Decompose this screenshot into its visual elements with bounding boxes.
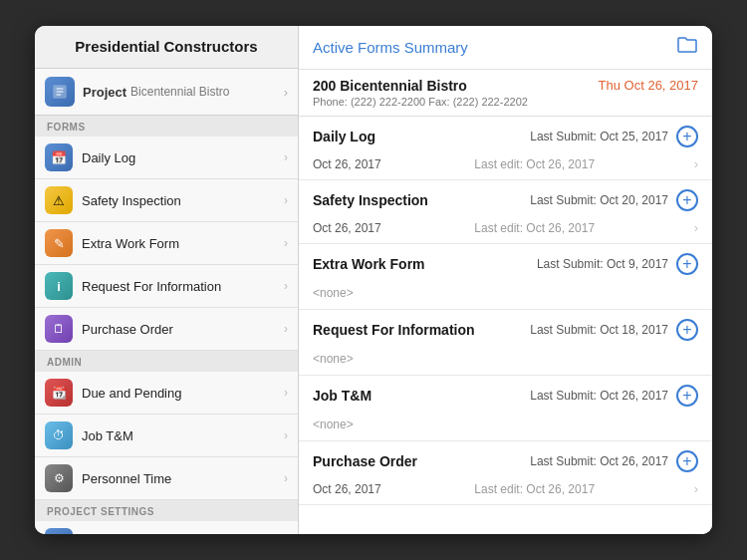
sidebar-label-purchase-order: Purchase Order (82, 322, 284, 337)
sidebar-project-row[interactable]: Project Bicentennial Bistro › (35, 69, 298, 116)
form-header-rfi: Request For Information Last Submit: Oct… (299, 310, 712, 346)
sidebar-label-extra-work-form: Extra Work Form (82, 236, 284, 251)
chevron-icon: › (284, 279, 288, 293)
form-name-extra-work-form: Extra Work Form (313, 256, 425, 272)
sidebar-section-project-settings: PROJECT SETTINGS (35, 500, 298, 521)
sidebar: Presidential Constructors Project Bicent… (35, 26, 299, 534)
sidebar-item-extra-work-form[interactable]: ✎ Extra Work Form › (35, 222, 298, 265)
sidebar-item-due-and-pending[interactable]: 📆 Due and Pending › (35, 372, 298, 415)
form-detail-date-safety: Oct 26, 2017 (313, 221, 381, 235)
form-group-job-tm: Job T&M Last Submit: Oct 26, 2017 + <non… (299, 376, 712, 441)
form-header-job-tm: Job T&M Last Submit: Oct 26, 2017 + (299, 376, 712, 412)
form-group-extra-work-form: Extra Work Form Last Submit: Oct 9, 2017… (299, 244, 712, 310)
due-pending-icon: 📆 (45, 379, 73, 407)
chevron-icon: › (284, 236, 288, 250)
forms-list: Daily Log Last Submit: Oct 25, 2017 + Oc… (299, 117, 712, 534)
app-body: Presidential Constructors Project Bicent… (35, 26, 712, 534)
sidebar-item-purchase-order[interactable]: 🗒 Purchase Order › (35, 308, 298, 351)
form-header-inner: Extra Work Form Last Submit: Oct 9, 2017 (313, 256, 668, 272)
form-none-row-rfi: <none> (299, 346, 712, 375)
form-detail-edit-daily-log: Last edit: Oct 26, 2017 (474, 157, 595, 171)
sidebar-item-job-tm[interactable]: ⏱ Job T&M › (35, 415, 298, 457)
form-header-inner: Request For Information Last Submit: Oct… (313, 322, 668, 338)
form-last-submit-job-tm: Last Submit: Oct 26, 2017 (530, 389, 668, 403)
form-add-btn-safety-inspection[interactable]: + (676, 189, 698, 211)
form-name-safety-inspection: Safety Inspection (313, 192, 428, 208)
main-content: Active Forms Summary 200 Bicentennial Bi… (299, 26, 712, 534)
form-last-submit-safety-inspection: Last Submit: Oct 20, 2017 (530, 193, 668, 207)
form-add-btn-job-tm[interactable]: + (676, 385, 698, 407)
form-detail-edit-purchase-order: Last edit: Oct 26, 2017 (474, 482, 595, 496)
form-header-inner: Purchase Order Last Submit: Oct 26, 2017 (313, 453, 668, 469)
safety-icon: ⚠ (45, 186, 73, 214)
chevron-icon: › (284, 193, 288, 207)
form-add-btn-daily-log[interactable]: + (676, 126, 698, 147)
sidebar-project-sublabel: Bicentennial Bistro (130, 85, 229, 99)
form-header-inner: Safety Inspection Last Submit: Oct 20, 2… (313, 192, 668, 208)
sidebar-section-forms: FORMS (35, 116, 298, 137)
project-info-name: 200 Bicentennial Bistro (313, 78, 528, 94)
form-last-submit-rfi: Last Submit: Oct 18, 2017 (530, 323, 668, 337)
form-group-safety-inspection: Safety Inspection Last Submit: Oct 20, 2… (299, 180, 712, 244)
form-header-extra-work-form: Extra Work Form Last Submit: Oct 9, 2017… (299, 244, 712, 280)
projects-setup-icon: 🗂 (45, 528, 73, 534)
form-none-row-extra-work-form: <none> (299, 280, 712, 309)
form-detail-row-safety-inspection[interactable]: Oct 26, 2017 Last edit: Oct 26, 2017 › (299, 216, 712, 243)
sidebar-item-personnel-time[interactable]: ⚙ Personnel Time › (35, 457, 298, 500)
chevron-icon: › (284, 386, 288, 400)
form-detail-edit-safety: Last edit: Oct 26, 2017 (474, 221, 595, 235)
sidebar-item-projects-setup[interactable]: 🗂 Projects Setup › (35, 521, 298, 534)
form-header-inner: Job T&M Last Submit: Oct 26, 2017 (313, 388, 668, 404)
form-detail-date-daily-log: Oct 26, 2017 (313, 157, 381, 171)
form-none-text-rfi: <none> (313, 352, 354, 366)
sidebar-label-daily-log: Daily Log (82, 150, 284, 165)
sidebar-label-due-and-pending: Due and Pending (82, 386, 284, 401)
app-container: Presidential Constructors Project Bicent… (35, 26, 712, 534)
form-detail-chevron-daily-log: › (694, 156, 698, 171)
rfi-icon: i (45, 272, 73, 300)
sidebar-item-safety-inspection[interactable]: ⚠ Safety Inspection › (35, 179, 298, 222)
form-none-text-extra-work-form: <none> (313, 286, 354, 300)
chevron-icon: › (284, 322, 288, 336)
project-chevron-icon: › (284, 85, 288, 100)
sidebar-label-rfi: Request For Information (82, 279, 284, 294)
form-add-btn-rfi[interactable]: + (676, 319, 698, 341)
form-header-safety-inspection: Safety Inspection Last Submit: Oct 20, 2… (299, 180, 712, 216)
sidebar-project-label: Project (83, 85, 126, 100)
form-header-daily-log: Daily Log Last Submit: Oct 25, 2017 + (299, 117, 712, 152)
project-info-date: Thu Oct 26, 2017 (599, 78, 698, 93)
chevron-icon: › (284, 428, 288, 442)
project-icon (45, 77, 75, 107)
company-name: Presidential Constructors (75, 38, 257, 55)
form-detail-chevron-safety: › (694, 220, 698, 235)
personnel-time-icon: ⚙ (45, 464, 73, 492)
form-group-daily-log: Daily Log Last Submit: Oct 25, 2017 + Oc… (299, 117, 712, 180)
form-detail-chevron-purchase-order: › (694, 481, 698, 496)
sidebar-item-rfi[interactable]: i Request For Information › (35, 265, 298, 308)
form-group-purchase-order: Purchase Order Last Submit: Oct 26, 2017… (299, 441, 712, 505)
form-detail-date-purchase-order: Oct 26, 2017 (313, 482, 381, 496)
form-name-daily-log: Daily Log (313, 129, 375, 144)
form-add-btn-purchase-order[interactable]: + (676, 450, 698, 472)
chevron-icon: › (284, 471, 288, 485)
form-last-submit-purchase-order: Last Submit: Oct 26, 2017 (530, 454, 668, 468)
form-header-purchase-order: Purchase Order Last Submit: Oct 26, 2017… (299, 441, 712, 477)
active-forms-summary-title: Active Forms Summary (313, 39, 468, 56)
form-name-job-tm: Job T&M (313, 388, 372, 404)
main-header: Active Forms Summary (299, 26, 712, 70)
form-add-btn-extra-work-form[interactable]: + (676, 253, 698, 275)
form-detail-row-purchase-order[interactable]: Oct 26, 2017 Last edit: Oct 26, 2017 › (299, 477, 712, 504)
extra-work-icon: ✎ (45, 229, 73, 257)
form-group-rfi: Request For Information Last Submit: Oct… (299, 310, 712, 376)
sidebar-label-personnel-time: Personnel Time (82, 471, 284, 486)
form-name-rfi: Request For Information (313, 322, 475, 338)
folder-icon[interactable] (676, 36, 698, 59)
sidebar-item-daily-log[interactable]: 📅 Daily Log › (35, 137, 298, 179)
project-info: 200 Bicentennial Bistro Phone: (222) 222… (299, 70, 712, 117)
chevron-icon: › (284, 150, 288, 164)
job-tm-icon: ⏱ (45, 421, 73, 449)
form-detail-row-daily-log[interactable]: Oct 26, 2017 Last edit: Oct 26, 2017 › (299, 152, 712, 179)
purchase-order-icon: 🗒 (45, 315, 73, 343)
daily-log-icon: 📅 (45, 143, 73, 171)
sidebar-header: Presidential Constructors (35, 26, 298, 69)
